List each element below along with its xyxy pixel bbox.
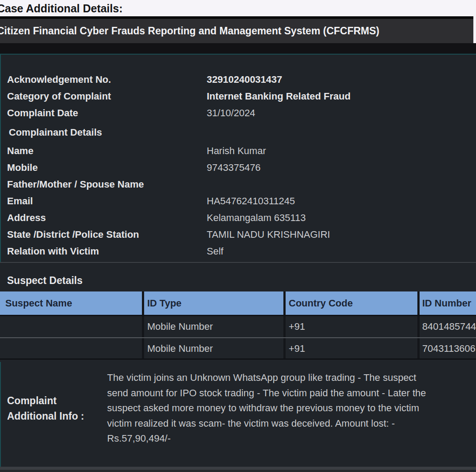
bottom-strip	[0, 470, 476, 472]
complaint-text-line: suspect asked more money to withdraw the…	[107, 401, 476, 416]
complaint-text-line: victim realized it was scam- the victim …	[107, 416, 476, 431]
page-title: Case Additional Details:	[0, 0, 123, 16]
field-label: Mobile	[0, 159, 207, 176]
field-value: 31/10/2024	[207, 105, 255, 122]
complaint-text-line: send amount for IPO stock trading - The …	[107, 386, 476, 401]
complainant-row-parent-spouse: Father/Mother / Spouse Name	[0, 176, 476, 193]
case-details-panel: Acknowledgement No. 32910240031437 Categ…	[0, 54, 476, 263]
complainant-row-relation: Relation with Victim Self	[0, 243, 476, 260]
field-label: Complaint Date	[0, 105, 207, 122]
cell-id-number: 7043113606	[417, 338, 476, 358]
field-value: TAMIL NADU KRISHNAGIRI	[207, 226, 330, 243]
field-label: Address	[0, 210, 207, 226]
field-value: 32910240031437	[207, 71, 282, 88]
complaint-additional-info-panel: Complaint Additional Info : The victim j…	[0, 362, 476, 467]
field-label: State /District /Police Station	[0, 226, 207, 243]
field-value: Kelamangalam 635113	[207, 210, 306, 226]
complainant-row-address: Address Kelamangalam 635113	[0, 210, 476, 226]
cell-id-type: Mobile Number	[142, 316, 283, 337]
complaint-additional-info-label: Complaint Additional Info :	[7, 393, 84, 424]
suspect-table: Suspect Name ID Type Country Code ID Num…	[0, 291, 476, 360]
cell-suspect-name	[0, 316, 142, 337]
system-header-bar: Citizen Financial Cyber Frauds Reporting…	[0, 19, 473, 43]
suspect-table-row: Mobile Number +91 8401485744	[0, 315, 476, 337]
suspect-details-heading: Suspect Details	[7, 275, 82, 287]
column-header-id-type: ID Type	[142, 291, 283, 315]
section-divider	[0, 262, 476, 263]
column-header-suspect-name: Suspect Name	[0, 291, 142, 315]
field-label: Acknowledgement No.	[0, 71, 207, 88]
field-value: Internet Banking Related Fraud	[207, 88, 350, 105]
complaint-text-line: The victim joins an Unknown WhatsApp gro…	[107, 370, 476, 386]
suspect-table-header-row: Suspect Name ID Type Country Code ID Num…	[0, 291, 476, 315]
complainant-row-name: Name Harish Kumar	[0, 143, 476, 159]
field-label: Name	[0, 143, 207, 159]
field-label: Father/Mother / Spouse Name	[0, 176, 207, 193]
bottom-divider	[0, 467, 476, 470]
complaint-text-line: Rs.57,90,494/-	[107, 431, 476, 446]
summary-row-date: Complaint Date 31/10/2024	[0, 105, 476, 122]
header-gap-strip	[0, 43, 476, 54]
complainant-row-state-district-ps: State /District /Police Station TAMIL NA…	[0, 226, 476, 243]
cell-id-type: Mobile Number	[142, 338, 283, 358]
complainant-row-mobile: Mobile 9743375476	[0, 159, 476, 176]
field-label: Category of Complaint	[0, 88, 207, 105]
field-value: HA54762410311245	[207, 193, 295, 210]
complainant-details-heading: Complainant Details	[0, 124, 476, 141]
suspect-table-row: Mobile Number +91 7043113606	[0, 337, 476, 360]
cell-suspect-name	[0, 338, 142, 358]
cell-id-number: 8401485744	[417, 316, 476, 337]
complaint-additional-info-text: The victim joins an Unknown WhatsApp gro…	[107, 370, 476, 446]
field-label: Relation with Victim	[0, 243, 207, 260]
complaint-label-line1: Complaint	[7, 393, 84, 409]
field-value: 9743375476	[207, 159, 260, 176]
column-header-id-number: ID Number	[417, 291, 476, 315]
summary-row-acknowledgement: Acknowledgement No. 32910240031437	[0, 71, 476, 88]
column-header-country-code: Country Code	[283, 291, 417, 315]
cell-country-code: +91	[283, 316, 417, 337]
summary-row-category: Category of Complaint Internet Banking R…	[0, 88, 476, 105]
system-header-title: Citizen Financial Cyber Frauds Reporting…	[0, 19, 379, 43]
complaint-label-line2: Additional Info :	[7, 409, 84, 424]
field-value: Self	[207, 243, 223, 260]
field-label: Email	[0, 193, 207, 210]
field-value: Harish Kumar	[207, 143, 266, 159]
cell-country-code: +91	[283, 338, 417, 358]
complainant-row-email: Email HA54762410311245	[0, 193, 476, 210]
